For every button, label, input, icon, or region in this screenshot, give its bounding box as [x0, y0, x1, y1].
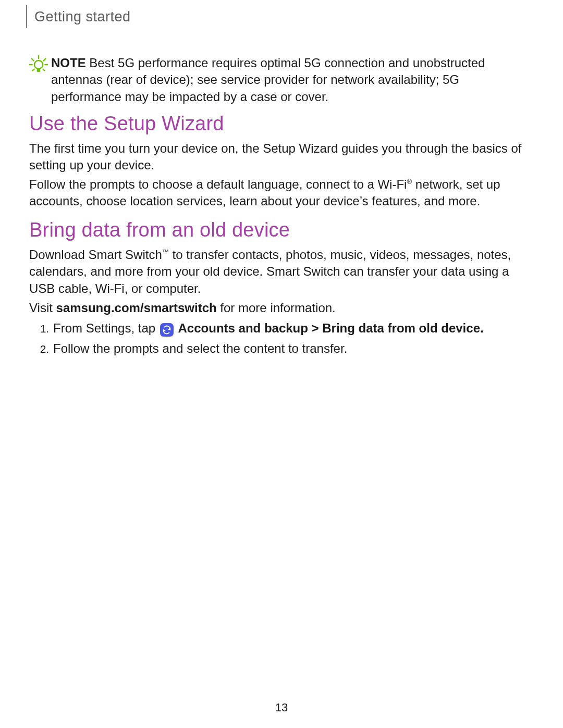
visit-prefix: Visit: [29, 301, 56, 315]
breadcrumb: Getting started: [26, 5, 131, 28]
heading-setup-wizard: Use the Setup Wizard: [29, 113, 224, 135]
svg-line-6: [43, 69, 45, 71]
note-text: NOTE Best 5G performance requires optima…: [51, 55, 533, 105]
steps-list-wrap: From Settings, tap Accounts and backup >…: [29, 319, 533, 360]
paragraph-bring-intro: Download Smart Switch™ to transfer conta…: [29, 246, 533, 297]
svg-line-5: [33, 69, 34, 71]
paragraph-bring-visit: Visit samsung.com/smartswitch for more i…: [29, 300, 533, 316]
note-body: Best 5G performance requires optimal 5G …: [51, 56, 485, 104]
note-callout: NOTE Best 5G performance requires optima…: [26, 55, 533, 105]
paragraph-setup-1: The first time you turn your device on, …: [29, 140, 533, 174]
registered-mark: ®: [407, 178, 412, 186]
step1-pre: From Settings, tap: [53, 321, 159, 335]
note-label: NOTE: [51, 56, 86, 70]
lightbulb-tip-icon: [29, 55, 48, 77]
svg-rect-8: [37, 69, 41, 72]
step1-bold: Accounts and backup > Bring data from ol…: [175, 321, 484, 335]
sync-icon: [160, 323, 174, 337]
heading-bring-data: Bring data from an old device: [29, 219, 290, 241]
note-icon-wrap: [26, 55, 51, 77]
page-root: Getting started: [0, 0, 563, 728]
list-item: From Settings, tap Accounts and backup >…: [52, 319, 533, 338]
svg-line-2: [44, 59, 46, 61]
step2-text: Follow the prompts and select the conten…: [53, 341, 347, 355]
breadcrumb-label: Getting started: [34, 9, 131, 25]
visit-suffix: for more information.: [217, 301, 336, 315]
svg-point-7: [34, 60, 43, 69]
svg-line-1: [32, 59, 34, 61]
visit-link-text: samsung.com/smartswitch: [56, 301, 217, 315]
breadcrumb-rule: [26, 5, 27, 28]
page-number: 13: [0, 701, 563, 714]
steps-list: From Settings, tap Accounts and backup >…: [29, 319, 533, 358]
paragraph-setup-2: Follow the prompts to choose a default l…: [29, 176, 533, 210]
trademark-mark: ™: [162, 248, 169, 256]
list-item: Follow the prompts and select the conten…: [52, 340, 533, 358]
